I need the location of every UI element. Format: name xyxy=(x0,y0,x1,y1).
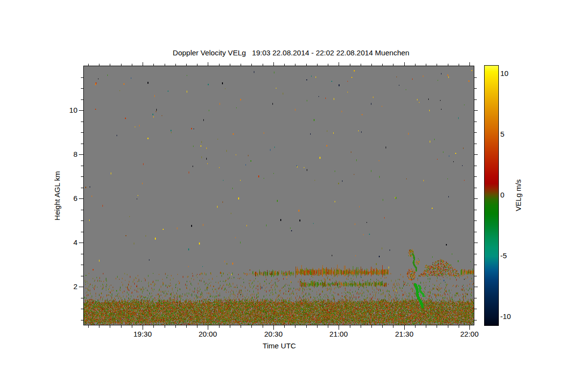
y-axis-tick xyxy=(81,122,83,122)
x-axis-tick-top xyxy=(371,64,372,66)
y-axis-tick-right xyxy=(474,132,477,133)
x-axis-tick xyxy=(110,325,110,328)
x-axis-tick-top xyxy=(230,64,230,66)
y-axis-tick-right xyxy=(474,254,477,254)
y-axis-tick-right xyxy=(474,210,477,210)
x-axis-tick-top xyxy=(165,64,165,66)
x-axis-tick-top xyxy=(186,64,187,66)
x-axis-tick-top xyxy=(132,64,132,66)
y-axis-tick-right xyxy=(474,243,478,243)
x-axis-tick-top xyxy=(469,62,470,66)
y-axis-tick-right xyxy=(474,287,478,287)
chart-title: Doppler Velocity VELg 19:03 22.08.2014 -… xyxy=(83,49,499,57)
x-axis-tick xyxy=(186,325,187,328)
x-axis-tick xyxy=(448,325,448,328)
y-axis-tick xyxy=(79,198,83,199)
x-axis-tick-top xyxy=(448,64,448,66)
y-axis-tick xyxy=(81,166,83,166)
x-axis-tick-top xyxy=(99,64,99,66)
x-axis-tick-top xyxy=(241,64,241,66)
y-axis-tick-right xyxy=(474,198,478,199)
x-axis-tick-top xyxy=(415,64,416,66)
x-axis-tick xyxy=(469,325,470,330)
x-axis-tick-top xyxy=(251,64,252,66)
y-axis-tick xyxy=(81,176,83,177)
x-axis-tick xyxy=(99,325,99,328)
y-axis-tick xyxy=(81,220,83,221)
x-axis-tick xyxy=(88,325,89,328)
x-axis-tick-top xyxy=(437,64,437,66)
x-axis-tick xyxy=(121,325,122,328)
x-axis-tick-top xyxy=(121,64,122,66)
y-axis-tick-right xyxy=(474,265,477,265)
x-axis-tick xyxy=(350,325,350,328)
x-axis-tick-top xyxy=(197,64,197,66)
y-axis-tick xyxy=(79,110,83,111)
y-axis-tick xyxy=(81,320,83,320)
doppler-velocity-figure: Doppler Velocity VELg 19:03 22.08.2014 -… xyxy=(0,0,588,392)
y-axis-tick-right xyxy=(474,110,478,111)
x-axis-tick xyxy=(219,325,220,328)
y-axis-tick xyxy=(81,298,83,298)
y-axis-tick-right xyxy=(474,232,477,232)
x-axis-tick-top xyxy=(426,64,426,66)
x-axis-tick xyxy=(143,325,143,330)
y-axis-tick-right xyxy=(474,154,478,155)
colorbar-tick-label: -10 xyxy=(500,312,520,320)
x-axis-tick xyxy=(153,325,154,328)
x-axis-tick-top xyxy=(350,64,350,66)
x-axis-tick xyxy=(426,325,426,328)
x-axis-tick-top xyxy=(110,64,110,66)
x-axis-tick-top xyxy=(295,64,295,66)
x-tick-label: 20:00 xyxy=(192,330,223,338)
x-axis-tick xyxy=(437,325,437,328)
plot-area xyxy=(84,66,474,325)
y-axis-tick xyxy=(81,77,83,78)
x-axis-tick-top xyxy=(219,64,220,66)
x-axis-tick xyxy=(306,325,307,328)
x-axis-tick xyxy=(132,325,132,328)
x-axis-tick xyxy=(208,325,208,330)
x-axis-tick-top xyxy=(306,64,307,66)
x-axis-tick-top xyxy=(153,64,154,66)
x-axis-tick-top xyxy=(208,62,208,66)
x-tick-label: 20:30 xyxy=(258,330,289,338)
x-axis-tick-top xyxy=(361,64,361,66)
y-axis-title: Height AGL km xyxy=(53,157,61,235)
x-axis-tick xyxy=(197,325,197,328)
x-axis-tick xyxy=(317,325,318,328)
x-axis-tick xyxy=(404,325,405,330)
x-axis-tick xyxy=(361,325,361,328)
x-axis-tick-top xyxy=(175,64,176,66)
y-tick-label: 10 xyxy=(58,106,77,114)
x-axis-tick-top xyxy=(328,64,328,66)
y-axis-tick-right xyxy=(474,298,477,298)
y-axis-tick-right xyxy=(474,276,477,276)
x-tick-label: 21:00 xyxy=(323,330,354,338)
y-axis-tick xyxy=(81,188,83,188)
x-axis-tick xyxy=(459,325,459,328)
colorbar-tick-label: 10 xyxy=(500,69,520,77)
x-axis-title: Time UTC xyxy=(181,342,377,350)
x-axis-tick xyxy=(251,325,252,328)
x-axis-tick xyxy=(230,325,230,328)
x-axis-tick xyxy=(273,325,274,330)
y-axis-tick-right xyxy=(474,320,477,320)
x-axis-tick xyxy=(165,325,165,328)
y-axis-tick-right xyxy=(474,77,477,78)
x-axis-tick xyxy=(415,325,416,328)
y-tick-label: 4 xyxy=(58,238,77,246)
x-axis-tick-top xyxy=(382,64,383,66)
x-tick-label: 19:30 xyxy=(127,330,158,338)
x-axis-tick xyxy=(263,325,263,328)
y-axis-tick xyxy=(81,99,83,100)
y-axis-tick xyxy=(81,88,83,89)
x-axis-tick-top xyxy=(459,64,459,66)
x-axis-tick-top xyxy=(263,64,263,66)
x-axis-tick-top xyxy=(88,64,89,66)
x-axis-tick xyxy=(175,325,176,328)
y-tick-label: 2 xyxy=(58,282,77,291)
colorbar-tick-label: 5 xyxy=(500,130,520,138)
x-axis-tick-top xyxy=(284,64,285,66)
x-axis-tick xyxy=(382,325,383,328)
